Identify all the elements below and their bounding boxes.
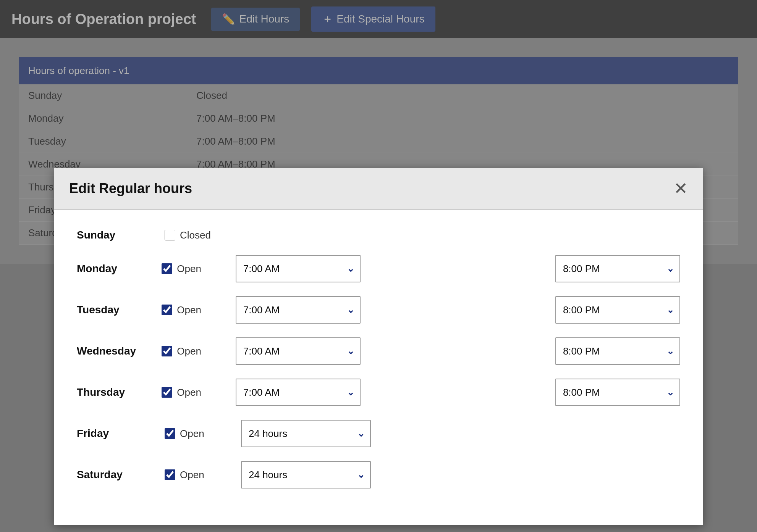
start-time-select[interactable]: 24 hours⌄ [241,461,371,488]
modal-title: Edit Regular hours [69,181,192,197]
edit-day-row: MondayOpen7:00 AM⌄8:00 PM⌄ [77,255,680,282]
checkbox-label: Closed [180,229,211,241]
edit-day-row: SundayClosed [77,229,680,241]
open-checkbox[interactable] [162,263,172,274]
edit-day-label: Saturday [77,469,153,481]
open-checkbox[interactable] [162,305,172,315]
open-checkbox[interactable] [165,469,175,480]
closed-checkbox[interactable] [165,230,175,240]
start-time-value: 24 hours [242,428,357,440]
end-time-value: 8:00 PM [556,387,666,398]
checkbox-group: Open [162,345,224,357]
checkbox-label: Open [177,387,201,398]
start-time-value: 7:00 AM [236,387,347,398]
edit-day-label: Friday [77,427,153,440]
start-time-value: 7:00 AM [236,345,347,357]
checkbox-group: Open [162,304,224,316]
end-time-value: 8:00 PM [556,304,666,316]
chevron-down-icon: ⌄ [357,469,370,480]
end-time-select[interactable]: 8:00 PM⌄ [555,255,680,282]
checkbox-label: Open [180,469,204,481]
checkbox-label: Open [180,428,204,440]
start-time-select[interactable]: 7:00 AM⌄ [236,296,361,324]
edit-day-row: SaturdayOpen24 hours⌄ [77,461,680,488]
checkbox-group: Open [165,428,230,440]
start-time-select[interactable]: 24 hours⌄ [241,420,371,447]
checkbox-group: Open [162,263,224,275]
checkbox-group: Open [165,469,230,481]
chevron-down-icon: ⌄ [357,428,370,439]
edit-day-label: Wednesday [77,345,150,357]
open-checkbox[interactable] [165,428,175,439]
modal-header: Edit Regular hours ✕ [54,168,703,210]
chevron-down-icon: ⌄ [666,263,679,274]
edit-day-row: ThursdayOpen7:00 AM⌄8:00 PM⌄ [77,379,680,406]
edit-regular-hours-modal: Edit Regular hours ✕ SundayClosedMondayO… [54,168,703,525]
open-checkbox[interactable] [162,387,172,398]
end-time-select[interactable]: 8:00 PM⌄ [555,296,680,324]
start-time-value: 24 hours [242,469,357,481]
modal-body: SundayClosedMondayOpen7:00 AM⌄8:00 PM⌄Tu… [54,210,703,525]
close-button[interactable]: ✕ [674,180,688,197]
chevron-down-icon: ⌄ [347,263,360,274]
chevron-down-icon: ⌄ [666,305,679,315]
edit-day-row: FridayOpen24 hours⌄ [77,420,680,447]
chevron-down-icon: ⌄ [347,387,360,398]
checkbox-label: Open [177,263,201,275]
end-time-value: 8:00 PM [556,345,666,357]
start-time-select[interactable]: 7:00 AM⌄ [236,379,361,406]
end-time-value: 8:00 PM [556,263,666,275]
open-checkbox[interactable] [162,346,172,356]
end-time-select[interactable]: 8:00 PM⌄ [555,337,680,365]
start-time-select[interactable]: 7:00 AM⌄ [236,337,361,365]
start-time-value: 7:00 AM [236,304,347,316]
checkbox-group: Open [162,387,224,398]
edit-day-label: Thursday [77,386,150,398]
chevron-down-icon: ⌄ [666,346,679,356]
edit-day-row: TuesdayOpen7:00 AM⌄8:00 PM⌄ [77,296,680,324]
chevron-down-icon: ⌄ [347,346,360,356]
checkbox-label: Open [177,345,201,357]
modal-overlay: Edit Regular hours ✕ SundayClosedMondayO… [0,0,757,532]
start-time-select[interactable]: 7:00 AM⌄ [236,255,361,282]
edit-day-label: Tuesday [77,304,150,316]
chevron-down-icon: ⌄ [347,305,360,315]
end-time-select[interactable]: 8:00 PM⌄ [555,379,680,406]
edit-day-row: WednesdayOpen7:00 AM⌄8:00 PM⌄ [77,337,680,365]
chevron-down-icon: ⌄ [666,387,679,398]
start-time-value: 7:00 AM [236,263,347,275]
edit-day-label: Monday [77,263,150,275]
edit-day-label: Sunday [77,229,153,241]
checkbox-group: Closed [165,229,230,241]
checkbox-label: Open [177,304,201,316]
